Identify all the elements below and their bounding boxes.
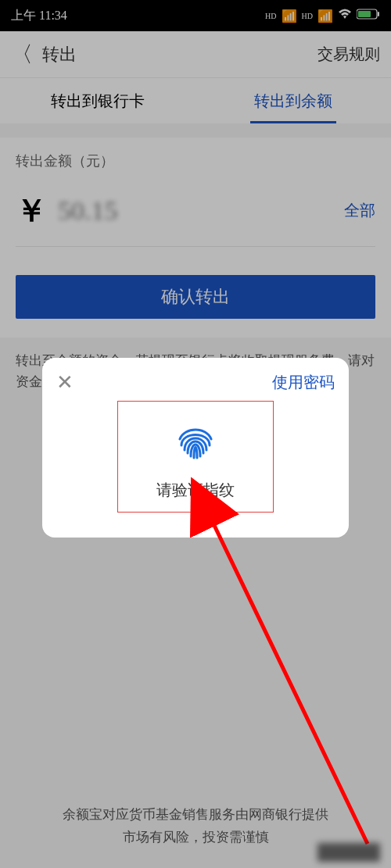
fingerprint-box[interactable]: 请验证指纹 <box>117 401 274 513</box>
close-icon[interactable]: ✕ <box>56 373 74 393</box>
modal-header: ✕ 使用密码 <box>56 372 335 393</box>
fingerprint-prompt: 请验证指纹 <box>126 480 265 501</box>
watermark-blur <box>317 843 380 862</box>
use-password-link[interactable]: 使用密码 <box>272 372 335 393</box>
fingerprint-modal: ✕ 使用密码 请验证指纹 <box>42 358 349 538</box>
fingerprint-icon <box>170 416 221 466</box>
